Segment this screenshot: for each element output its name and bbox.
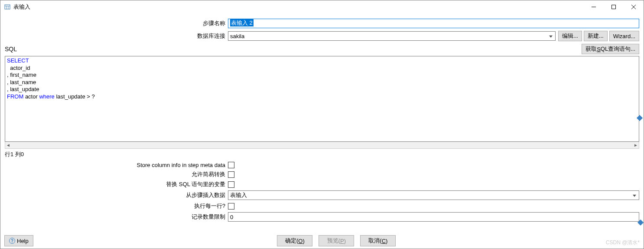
scroll-left-icon: ◄ xyxy=(6,143,10,147)
sql-horizontal-scrollbar[interactable]: ◄ ► xyxy=(5,142,639,149)
insert-from-step-label: 从步骤插入数据 xyxy=(5,191,228,199)
window-controls xyxy=(584,0,644,13)
lazy-conversion-label: 允许简易转换 xyxy=(5,170,228,178)
lazy-conversion-checkbox[interactable] xyxy=(228,171,234,178)
wizard-button[interactable]: Wizard... xyxy=(609,31,639,41)
limit-input[interactable] xyxy=(228,212,639,222)
maximize-button[interactable] xyxy=(604,0,624,13)
sql-label: SQL xyxy=(5,46,17,52)
step-name-label: 步骤名称 xyxy=(5,20,228,27)
step-name-input[interactable]: 表输入 2 xyxy=(228,19,639,28)
replace-vars-label: 替换 SQL 语句里的变量 xyxy=(5,180,228,188)
new-connection-button[interactable]: 新建... xyxy=(584,31,608,41)
sql-cursor-status: 行1 列0 xyxy=(5,149,639,162)
minimize-button[interactable] xyxy=(584,0,604,13)
window-title: 表输入 xyxy=(13,3,584,11)
connection-select[interactable]: sakila xyxy=(228,31,556,41)
cancel-button[interactable]: 取消(C) xyxy=(360,235,396,246)
help-icon: ? xyxy=(9,238,15,244)
sql-editor[interactable]: SELECT actor_id , first_name , last_name… xyxy=(5,56,639,142)
svg-rect-5 xyxy=(612,5,616,9)
store-meta-label: Store column info in step meta data xyxy=(5,162,228,168)
help-button[interactable]: ? Help xyxy=(4,235,33,246)
limit-label: 记录数量限制 xyxy=(5,213,228,221)
preview-button[interactable]: 预览(P) xyxy=(319,235,354,246)
app-icon xyxy=(4,3,11,10)
replace-vars-checkbox[interactable] xyxy=(228,181,234,188)
edit-connection-button[interactable]: 编辑... xyxy=(558,31,582,41)
close-button[interactable] xyxy=(624,0,644,13)
execute-each-row-checkbox[interactable] xyxy=(228,203,234,210)
connection-label: 数据库连接 xyxy=(5,32,228,40)
store-meta-checkbox[interactable] xyxy=(228,162,234,168)
window-titlebar: 表输入 xyxy=(0,0,644,13)
execute-each-row-label: 执行每一行? xyxy=(5,202,228,210)
scroll-right-icon: ► xyxy=(634,143,638,147)
ok-button[interactable]: 确定(O) xyxy=(277,235,312,246)
svg-rect-0 xyxy=(5,5,10,9)
get-sql-button[interactable]: 获取SQL查询语句... xyxy=(582,44,639,54)
watermark: CSDN @清水* xyxy=(606,239,640,246)
insert-from-step-select[interactable]: 表输入 xyxy=(228,190,639,200)
